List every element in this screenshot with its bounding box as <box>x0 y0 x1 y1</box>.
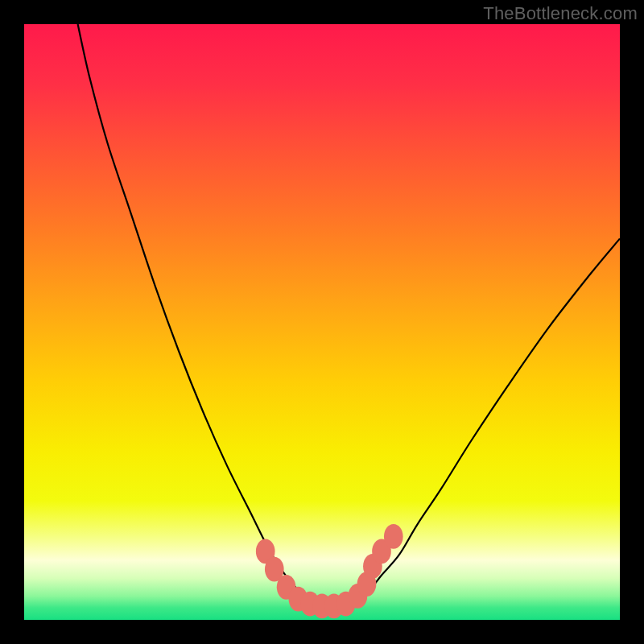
watermark-label: TheBottleneck.com <box>483 3 638 24</box>
bottleneck-chart <box>24 24 620 620</box>
gradient-background <box>24 24 620 620</box>
chart-container: TheBottleneck.com <box>0 0 644 644</box>
plot-area <box>24 24 620 620</box>
marker-dot <box>384 524 403 549</box>
